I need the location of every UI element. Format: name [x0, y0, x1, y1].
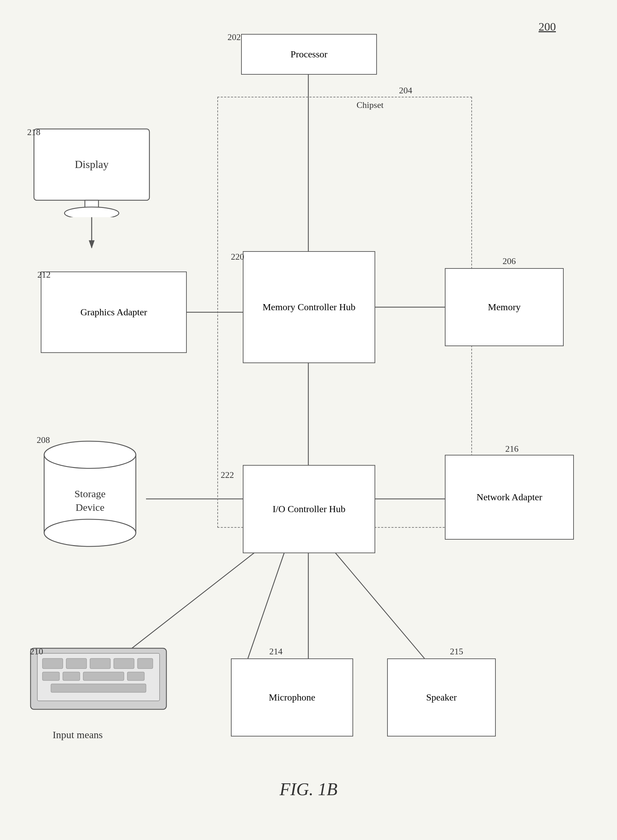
svg-rect-32	[127, 672, 144, 681]
svg-text:Device: Device	[76, 502, 105, 513]
chipset-ref: 204	[399, 85, 412, 96]
microphone-node: Microphone	[231, 659, 353, 737]
svg-rect-27	[114, 659, 134, 669]
io-hub-ref: 222	[221, 470, 234, 480]
speaker-ref: 215	[450, 647, 463, 657]
svg-rect-24	[43, 659, 63, 669]
graphics-node: Graphics Adapter	[41, 271, 187, 353]
svg-point-19	[44, 519, 136, 547]
memory-ref: 206	[503, 256, 516, 267]
diagram-number: 200	[539, 21, 556, 33]
processor-ref: 202	[227, 32, 241, 43]
svg-line-12	[119, 550, 258, 659]
io-hub-label: I/O Controller Hub	[273, 503, 346, 515]
input-ref: 210	[30, 647, 43, 657]
io-hub-node: I/O Controller Hub	[243, 465, 375, 553]
input-means-label: Input means	[53, 729, 103, 741]
speaker-label: Speaker	[426, 691, 457, 704]
svg-text:Storage: Storage	[74, 488, 106, 499]
microphone-ref: 214	[269, 647, 282, 657]
memory-label: Memory	[488, 301, 521, 313]
fig-label: FIG. 1B	[279, 779, 337, 799]
speaker-node: Speaker	[387, 659, 496, 737]
network-label: Network Adapter	[477, 491, 542, 503]
chipset-label: Chipset	[357, 100, 383, 110]
display-ref: 218	[27, 127, 40, 137]
svg-point-15	[65, 207, 119, 217]
storage-svg: Storage Device	[34, 435, 146, 563]
microphone-label: Microphone	[269, 691, 316, 704]
display-svg: Display	[27, 125, 156, 217]
memory-hub-label: Memory Controller Hub	[263, 301, 356, 313]
graphics-label: Graphics Adapter	[80, 306, 148, 318]
svg-rect-28	[137, 659, 153, 669]
svg-rect-29	[43, 672, 59, 681]
svg-rect-31	[83, 672, 124, 681]
svg-line-9	[248, 550, 285, 659]
svg-line-11	[333, 550, 424, 659]
storage-ref: 208	[37, 435, 50, 445]
processor-label: Processor	[291, 48, 328, 60]
processor-node: Processor	[241, 34, 377, 75]
svg-point-18	[44, 441, 136, 469]
memory-hub-ref: 220	[231, 252, 244, 262]
network-ref: 216	[505, 444, 518, 454]
memory-hub-node: Memory Controller Hub	[243, 251, 375, 363]
diagram-container: 200 Processor 202 Chipset 204 Memory Con…	[0, 0, 617, 840]
svg-rect-26	[90, 659, 110, 669]
svg-rect-33	[51, 684, 146, 693]
graphics-ref: 212	[37, 270, 50, 280]
svg-text:Display: Display	[75, 158, 109, 170]
network-node: Network Adapter	[445, 455, 574, 539]
input-svg	[27, 645, 170, 726]
svg-rect-25	[66, 659, 87, 669]
svg-rect-30	[63, 672, 80, 681]
memory-node: Memory	[445, 268, 564, 346]
